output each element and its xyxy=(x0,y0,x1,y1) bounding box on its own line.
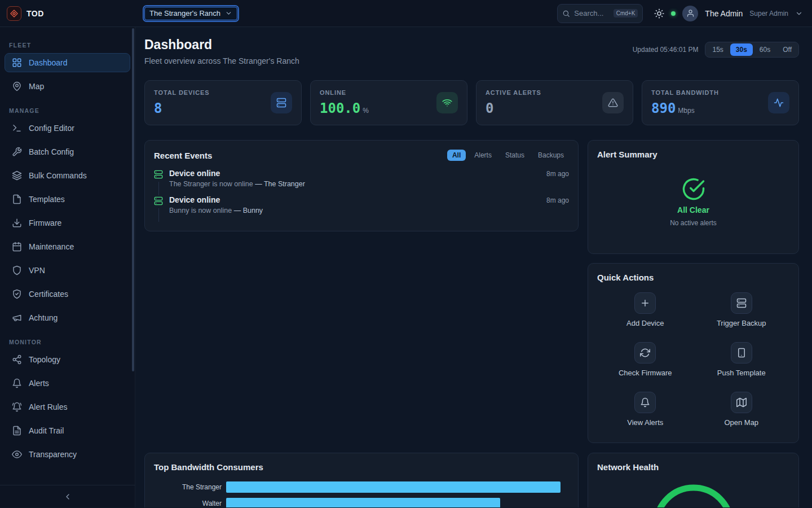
refresh-60s-button[interactable]: 60s xyxy=(754,43,776,56)
sidebar-collapse-button[interactable] xyxy=(0,485,135,507)
quick-action-open-map[interactable]: Open Map xyxy=(694,392,790,427)
sidebar-item-bulk-commands[interactable]: Bulk Commands xyxy=(5,166,130,185)
sidebar-item-achtung[interactable]: Achtung xyxy=(5,308,130,327)
page-header: Dashboard Fleet overview across The Stra… xyxy=(144,37,799,65)
server-icon xyxy=(736,298,747,308)
search-input[interactable]: Search... Cmd+K xyxy=(557,4,643,23)
connection-status-dot xyxy=(671,11,676,16)
sidebar-item-map[interactable]: Map xyxy=(5,77,130,96)
event-time: 8m ago xyxy=(546,170,569,178)
event-row: Device online 8m ago The Stranger is now… xyxy=(154,169,569,195)
calendar-icon xyxy=(12,242,22,252)
quick-action-view-alerts[interactable]: View Alerts xyxy=(597,392,694,427)
health-score: 100 xyxy=(648,480,739,507)
sidebar-item-label: Map xyxy=(29,82,44,91)
refresh-15s-button[interactable]: 15s xyxy=(707,43,729,56)
quick-action-add-device[interactable]: Add Device xyxy=(597,292,694,327)
activity-icon xyxy=(774,98,784,108)
sidebar-item-label: VPN xyxy=(29,266,45,275)
sidebar-item-label: Alert Rules xyxy=(29,402,67,411)
quick-action-push-template[interactable]: Push Template xyxy=(694,342,790,377)
sidebar-item-alert-rules[interactable]: Alert Rules xyxy=(5,397,130,417)
bandwidth-bar xyxy=(226,498,500,507)
layers-icon xyxy=(12,170,22,181)
sidebar-item-label: Alerts xyxy=(29,379,49,388)
server-icon xyxy=(154,196,163,205)
refresh-interval-segmented-control: 15s 30s 60s Off xyxy=(705,42,799,58)
quick-actions-title: Quick Actions xyxy=(597,273,654,282)
server-icon xyxy=(276,98,286,108)
org-select-value: The Stranger's Ranch xyxy=(149,9,220,17)
bar-label: Walter xyxy=(154,500,226,507)
last-updated: Updated 05:46:01 PM xyxy=(633,46,699,54)
filter-backups[interactable]: Backups xyxy=(533,150,569,161)
search-shortcut-badge: Cmd+K xyxy=(614,9,638,17)
quick-action-label: Add Device xyxy=(626,319,664,327)
quick-actions-card: Quick Actions Add Device Trigger Backup xyxy=(588,263,799,443)
sidebar-item-templates[interactable]: Templates xyxy=(5,190,130,209)
quick-action-label: View Alerts xyxy=(627,418,663,427)
quick-action-check-firmware[interactable]: Check Firmware xyxy=(597,342,694,377)
event-description: Bunny is now online xyxy=(169,207,232,214)
alert-summary-card: Alert Summary All Clear No active alerts xyxy=(588,140,799,254)
sidebar-item-transparency[interactable]: Transparency xyxy=(5,445,130,464)
sidebar-item-certificates[interactable]: Certificates xyxy=(5,284,130,304)
user-menu-chevron-icon[interactable] xyxy=(795,10,803,17)
stat-label: ACTIVE ALERTS xyxy=(486,89,541,96)
tablet-icon xyxy=(736,348,747,358)
stat-value: 890 xyxy=(651,100,676,116)
sidebar-item-batch-config[interactable]: Batch Config xyxy=(5,142,130,161)
brand: TOD xyxy=(0,6,135,21)
filter-all[interactable]: All xyxy=(447,150,466,161)
eye-icon xyxy=(12,449,22,459)
sidebar-item-dashboard[interactable]: Dashboard xyxy=(5,53,130,72)
sidebar-scrollbar[interactable] xyxy=(132,28,134,371)
stat-online: ONLINE 100.0% xyxy=(310,80,467,125)
filter-alerts[interactable]: Alerts xyxy=(469,150,497,161)
bar-label: The Stranger xyxy=(154,483,226,491)
sidebar-item-alerts[interactable]: Alerts xyxy=(5,374,130,393)
sidebar-item-vpn[interactable]: VPN xyxy=(5,261,130,280)
event-time: 8m ago xyxy=(546,196,569,204)
theme-toggle-sun-icon[interactable] xyxy=(654,8,664,19)
sidebar-item-label: Achtung xyxy=(29,313,58,322)
refresh-30s-button[interactable]: 30s xyxy=(730,43,753,56)
app-logo-icon xyxy=(7,6,21,21)
check-circle-icon xyxy=(682,177,705,201)
event-title: Device online xyxy=(169,195,220,204)
alert-summary-title: Alert Summary xyxy=(597,150,789,159)
section-label-monitor: MONITOR xyxy=(0,332,135,350)
search-placeholder: Search... xyxy=(574,9,609,17)
sidebar-item-label: Audit Trail xyxy=(29,426,64,435)
stat-label: TOTAL BANDWIDTH xyxy=(651,89,719,96)
sidebar-item-label: Firmware xyxy=(29,218,61,227)
avatar[interactable] xyxy=(682,6,698,21)
shield-check-icon xyxy=(12,289,22,299)
sidebar-item-label: Certificates xyxy=(29,290,68,299)
sidebar-item-config-editor[interactable]: Config Editor xyxy=(5,119,130,138)
download-icon xyxy=(12,218,22,228)
sidebar-item-label: Maintenance xyxy=(29,242,74,251)
sidebar-item-label: Transparency xyxy=(29,450,77,459)
user-icon xyxy=(686,9,695,17)
sidebar-item-maintenance[interactable]: Maintenance xyxy=(5,237,130,256)
sidebar-item-topology[interactable]: Topology xyxy=(5,350,130,369)
plus-icon xyxy=(640,298,650,308)
event-device: — Bunny xyxy=(234,207,263,214)
quick-action-trigger-backup[interactable]: Trigger Backup xyxy=(694,292,790,327)
events-list: Device online 8m ago The Stranger is now… xyxy=(154,169,569,222)
refresh-off-button[interactable]: Off xyxy=(777,43,797,56)
filter-status[interactable]: Status xyxy=(500,150,529,161)
org-select[interactable]: The Stranger's Ranch xyxy=(144,7,237,20)
timeline-line xyxy=(158,208,159,222)
bandwidth-bar xyxy=(226,481,561,493)
sidebar-item-firmware[interactable]: Firmware xyxy=(5,213,130,233)
section-label-fleet: FLEET xyxy=(0,35,135,53)
quick-action-label: Open Map xyxy=(724,418,758,427)
refresh-icon xyxy=(640,348,650,358)
sidebar-item-audit-trail[interactable]: Audit Trail xyxy=(5,421,130,440)
chevron-down-icon xyxy=(225,10,232,17)
user-role: Super Admin xyxy=(749,10,788,17)
alert-status-text: All Clear xyxy=(677,205,709,214)
file-text-icon xyxy=(12,426,22,436)
